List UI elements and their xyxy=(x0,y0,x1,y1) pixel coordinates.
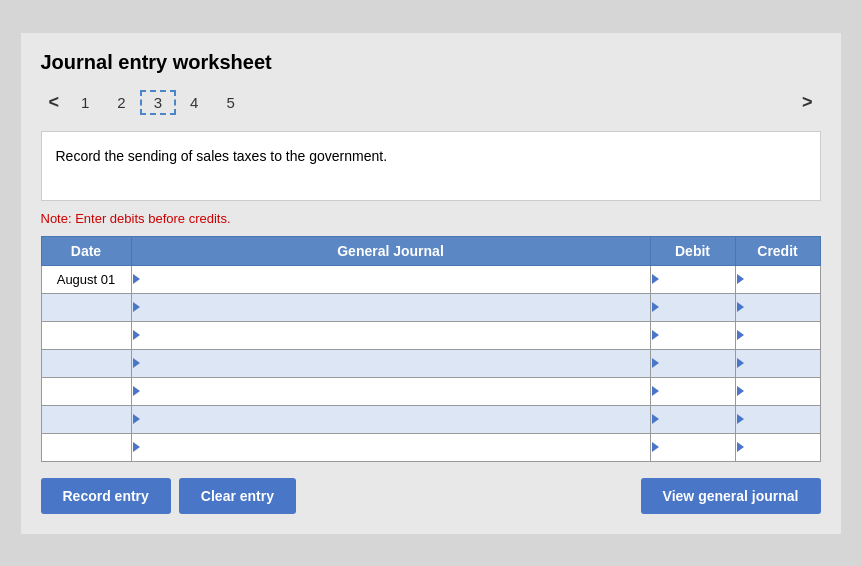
date-cell-4 xyxy=(41,377,131,405)
journal-cell-1[interactable] xyxy=(131,293,650,321)
credit-cell-3[interactable] xyxy=(735,349,820,377)
journal-input-6[interactable] xyxy=(132,434,650,461)
triangle-icon xyxy=(652,358,659,368)
journal-cell-0[interactable] xyxy=(131,265,650,293)
credit-input-3[interactable] xyxy=(736,350,820,377)
credit-cell-6[interactable] xyxy=(735,433,820,461)
triangle-icon xyxy=(737,330,744,340)
note-text: Note: Enter debits before credits. xyxy=(41,211,821,226)
page-1[interactable]: 1 xyxy=(67,90,103,115)
page-4[interactable]: 4 xyxy=(176,90,212,115)
credit-input-2[interactable] xyxy=(736,322,820,349)
credit-input-1[interactable] xyxy=(736,294,820,321)
debit-cell-1[interactable] xyxy=(650,293,735,321)
journal-cell-2[interactable] xyxy=(131,321,650,349)
table-row xyxy=(41,321,820,349)
page-5[interactable]: 5 xyxy=(212,90,248,115)
journal-input-1[interactable] xyxy=(132,294,650,321)
triangle-icon xyxy=(652,442,659,452)
page-2[interactable]: 2 xyxy=(103,90,139,115)
credit-cell-1[interactable] xyxy=(735,293,820,321)
credit-input-4[interactable] xyxy=(736,378,820,405)
table-row xyxy=(41,433,820,461)
credit-input-0[interactable] xyxy=(736,266,820,293)
journal-input-0[interactable] xyxy=(132,266,650,293)
debit-input-3[interactable] xyxy=(651,350,735,377)
triangle-icon xyxy=(737,358,744,368)
triangle-icon xyxy=(652,386,659,396)
triangle-icon xyxy=(737,274,744,284)
debit-input-1[interactable] xyxy=(651,294,735,321)
debit-input-4[interactable] xyxy=(651,378,735,405)
table-row xyxy=(41,293,820,321)
date-cell-0: August 01 xyxy=(41,265,131,293)
header-date: Date xyxy=(41,236,131,265)
journal-input-2[interactable] xyxy=(132,322,650,349)
debit-cell-6[interactable] xyxy=(650,433,735,461)
table-row xyxy=(41,377,820,405)
debit-cell-4[interactable] xyxy=(650,377,735,405)
date-cell-6 xyxy=(41,433,131,461)
debit-cell-0[interactable] xyxy=(650,265,735,293)
credit-cell-2[interactable] xyxy=(735,321,820,349)
credit-input-6[interactable] xyxy=(736,434,820,461)
triangle-icon xyxy=(652,274,659,284)
debit-input-2[interactable] xyxy=(651,322,735,349)
triangle-icon xyxy=(133,442,140,452)
clear-entry-button[interactable]: Clear entry xyxy=(179,478,296,514)
next-arrow[interactable]: > xyxy=(794,88,821,117)
debit-input-0[interactable] xyxy=(651,266,735,293)
credit-input-5[interactable] xyxy=(736,406,820,433)
header-credit: Credit xyxy=(735,236,820,265)
triangle-icon xyxy=(133,330,140,340)
triangle-icon xyxy=(133,302,140,312)
record-entry-button[interactable]: Record entry xyxy=(41,478,171,514)
debit-cell-3[interactable] xyxy=(650,349,735,377)
triangle-icon xyxy=(652,302,659,312)
date-cell-1 xyxy=(41,293,131,321)
journal-cell-3[interactable] xyxy=(131,349,650,377)
journal-cell-6[interactable] xyxy=(131,433,650,461)
header-debit: Debit xyxy=(650,236,735,265)
header-journal: General Journal xyxy=(131,236,650,265)
triangle-icon xyxy=(133,358,140,368)
triangle-icon xyxy=(133,386,140,396)
pagination: < 1 2 3 4 5 > xyxy=(41,88,821,117)
triangle-icon xyxy=(737,386,744,396)
instruction-text: Record the sending of sales taxes to the… xyxy=(56,148,388,164)
view-general-journal-button[interactable]: View general journal xyxy=(641,478,821,514)
table-row xyxy=(41,349,820,377)
page-title: Journal entry worksheet xyxy=(41,51,821,74)
triangle-icon xyxy=(133,414,140,424)
credit-cell-5[interactable] xyxy=(735,405,820,433)
prev-arrow[interactable]: < xyxy=(41,88,68,117)
journal-table: Date General Journal Debit Credit August… xyxy=(41,236,821,462)
triangle-icon xyxy=(652,330,659,340)
debit-input-5[interactable] xyxy=(651,406,735,433)
page-3-active[interactable]: 3 xyxy=(140,90,176,115)
journal-cell-4[interactable] xyxy=(131,377,650,405)
debit-input-6[interactable] xyxy=(651,434,735,461)
debit-cell-5[interactable] xyxy=(650,405,735,433)
journal-cell-5[interactable] xyxy=(131,405,650,433)
triangle-icon xyxy=(737,302,744,312)
table-row xyxy=(41,405,820,433)
credit-cell-4[interactable] xyxy=(735,377,820,405)
triangle-icon xyxy=(737,414,744,424)
button-row: Record entry Clear entry View general jo… xyxy=(41,478,821,514)
table-row: August 01 xyxy=(41,265,820,293)
date-cell-3 xyxy=(41,349,131,377)
journal-input-3[interactable] xyxy=(132,350,650,377)
triangle-icon xyxy=(133,274,140,284)
date-cell-5 xyxy=(41,405,131,433)
credit-cell-0[interactable] xyxy=(735,265,820,293)
instruction-box: Record the sending of sales taxes to the… xyxy=(41,131,821,201)
debit-cell-2[interactable] xyxy=(650,321,735,349)
triangle-icon xyxy=(652,414,659,424)
journal-input-5[interactable] xyxy=(132,406,650,433)
journal-input-4[interactable] xyxy=(132,378,650,405)
date-cell-2 xyxy=(41,321,131,349)
triangle-icon xyxy=(737,442,744,452)
